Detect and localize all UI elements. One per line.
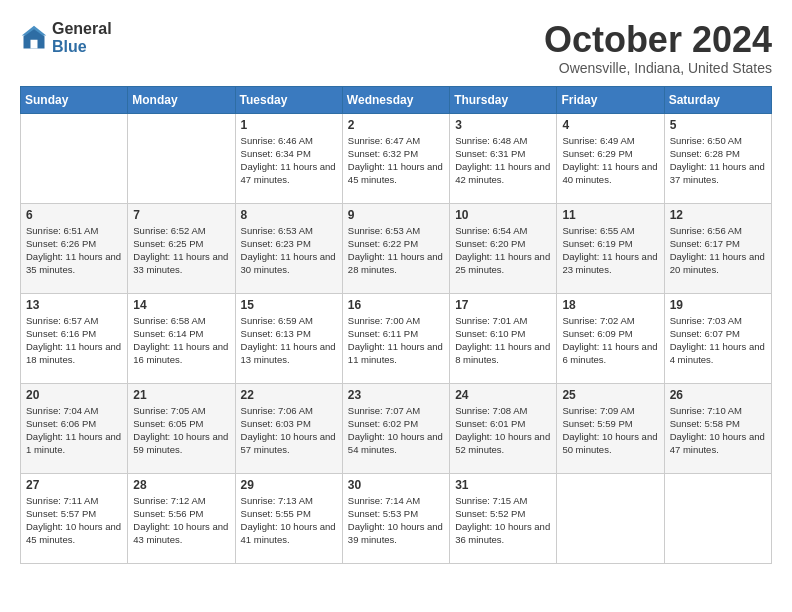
day-number: 22: [241, 388, 337, 402]
day-info: Sunrise: 6:54 AM Sunset: 6:20 PM Dayligh…: [455, 224, 551, 277]
day-number: 13: [26, 298, 122, 312]
logo-icon: [20, 24, 48, 52]
header-tuesday: Tuesday: [235, 86, 342, 113]
calendar-cell: 10Sunrise: 6:54 AM Sunset: 6:20 PM Dayli…: [450, 203, 557, 293]
calendar-cell: 12Sunrise: 6:56 AM Sunset: 6:17 PM Dayli…: [664, 203, 771, 293]
calendar-cell: 17Sunrise: 7:01 AM Sunset: 6:10 PM Dayli…: [450, 293, 557, 383]
day-info: Sunrise: 6:52 AM Sunset: 6:25 PM Dayligh…: [133, 224, 229, 277]
calendar-cell: 8Sunrise: 6:53 AM Sunset: 6:23 PM Daylig…: [235, 203, 342, 293]
month-title: October 2024: [544, 20, 772, 60]
day-number: 28: [133, 478, 229, 492]
calendar-week-row: 6Sunrise: 6:51 AM Sunset: 6:26 PM Daylig…: [21, 203, 772, 293]
day-number: 18: [562, 298, 658, 312]
day-number: 9: [348, 208, 444, 222]
day-info: Sunrise: 6:59 AM Sunset: 6:13 PM Dayligh…: [241, 314, 337, 367]
calendar-cell: 24Sunrise: 7:08 AM Sunset: 6:01 PM Dayli…: [450, 383, 557, 473]
day-number: 6: [26, 208, 122, 222]
day-number: 21: [133, 388, 229, 402]
day-number: 8: [241, 208, 337, 222]
calendar-week-row: 27Sunrise: 7:11 AM Sunset: 5:57 PM Dayli…: [21, 473, 772, 563]
calendar-cell: 5Sunrise: 6:50 AM Sunset: 6:28 PM Daylig…: [664, 113, 771, 203]
day-number: 26: [670, 388, 766, 402]
day-info: Sunrise: 7:10 AM Sunset: 5:58 PM Dayligh…: [670, 404, 766, 457]
calendar-cell: 19Sunrise: 7:03 AM Sunset: 6:07 PM Dayli…: [664, 293, 771, 383]
calendar-cell: 13Sunrise: 6:57 AM Sunset: 6:16 PM Dayli…: [21, 293, 128, 383]
logo-general: General: [52, 20, 112, 38]
calendar-cell: 18Sunrise: 7:02 AM Sunset: 6:09 PM Dayli…: [557, 293, 664, 383]
calendar-cell: 28Sunrise: 7:12 AM Sunset: 5:56 PM Dayli…: [128, 473, 235, 563]
header-wednesday: Wednesday: [342, 86, 449, 113]
calendar-cell: 23Sunrise: 7:07 AM Sunset: 6:02 PM Dayli…: [342, 383, 449, 473]
calendar-cell: 1Sunrise: 6:46 AM Sunset: 6:34 PM Daylig…: [235, 113, 342, 203]
calendar-cell: [557, 473, 664, 563]
header-thursday: Thursday: [450, 86, 557, 113]
day-number: 15: [241, 298, 337, 312]
calendar-cell: 7Sunrise: 6:52 AM Sunset: 6:25 PM Daylig…: [128, 203, 235, 293]
location: Owensville, Indiana, United States: [544, 60, 772, 76]
header-monday: Monday: [128, 86, 235, 113]
day-number: 14: [133, 298, 229, 312]
calendar-table: SundayMondayTuesdayWednesdayThursdayFrid…: [20, 86, 772, 564]
calendar-cell: 22Sunrise: 7:06 AM Sunset: 6:03 PM Dayli…: [235, 383, 342, 473]
title-section: October 2024 Owensville, Indiana, United…: [544, 20, 772, 76]
day-number: 2: [348, 118, 444, 132]
day-number: 12: [670, 208, 766, 222]
day-info: Sunrise: 6:53 AM Sunset: 6:22 PM Dayligh…: [348, 224, 444, 277]
day-info: Sunrise: 7:07 AM Sunset: 6:02 PM Dayligh…: [348, 404, 444, 457]
header-friday: Friday: [557, 86, 664, 113]
day-info: Sunrise: 7:01 AM Sunset: 6:10 PM Dayligh…: [455, 314, 551, 367]
day-info: Sunrise: 7:11 AM Sunset: 5:57 PM Dayligh…: [26, 494, 122, 547]
calendar-week-row: 20Sunrise: 7:04 AM Sunset: 6:06 PM Dayli…: [21, 383, 772, 473]
logo: General Blue: [20, 20, 112, 55]
calendar-cell: 25Sunrise: 7:09 AM Sunset: 5:59 PM Dayli…: [557, 383, 664, 473]
day-number: 29: [241, 478, 337, 492]
logo-text: General Blue: [52, 20, 112, 55]
day-info: Sunrise: 7:09 AM Sunset: 5:59 PM Dayligh…: [562, 404, 658, 457]
day-number: 19: [670, 298, 766, 312]
day-info: Sunrise: 7:15 AM Sunset: 5:52 PM Dayligh…: [455, 494, 551, 547]
calendar-cell: [21, 113, 128, 203]
day-number: 17: [455, 298, 551, 312]
calendar-cell: 16Sunrise: 7:00 AM Sunset: 6:11 PM Dayli…: [342, 293, 449, 383]
day-info: Sunrise: 6:56 AM Sunset: 6:17 PM Dayligh…: [670, 224, 766, 277]
calendar-cell: 14Sunrise: 6:58 AM Sunset: 6:14 PM Dayli…: [128, 293, 235, 383]
calendar-cell: 6Sunrise: 6:51 AM Sunset: 6:26 PM Daylig…: [21, 203, 128, 293]
day-number: 1: [241, 118, 337, 132]
calendar-cell: 2Sunrise: 6:47 AM Sunset: 6:32 PM Daylig…: [342, 113, 449, 203]
logo-blue: Blue: [52, 38, 112, 56]
calendar-cell: 3Sunrise: 6:48 AM Sunset: 6:31 PM Daylig…: [450, 113, 557, 203]
day-number: 25: [562, 388, 658, 402]
day-number: 31: [455, 478, 551, 492]
header-saturday: Saturday: [664, 86, 771, 113]
calendar-cell: 9Sunrise: 6:53 AM Sunset: 6:22 PM Daylig…: [342, 203, 449, 293]
day-info: Sunrise: 7:14 AM Sunset: 5:53 PM Dayligh…: [348, 494, 444, 547]
day-info: Sunrise: 6:53 AM Sunset: 6:23 PM Dayligh…: [241, 224, 337, 277]
day-number: 23: [348, 388, 444, 402]
day-number: 27: [26, 478, 122, 492]
day-number: 11: [562, 208, 658, 222]
calendar-cell: [664, 473, 771, 563]
calendar-cell: 4Sunrise: 6:49 AM Sunset: 6:29 PM Daylig…: [557, 113, 664, 203]
calendar-cell: 26Sunrise: 7:10 AM Sunset: 5:58 PM Dayli…: [664, 383, 771, 473]
day-number: 5: [670, 118, 766, 132]
page-header: General Blue October 2024 Owensville, In…: [20, 20, 772, 76]
day-info: Sunrise: 7:13 AM Sunset: 5:55 PM Dayligh…: [241, 494, 337, 547]
day-number: 10: [455, 208, 551, 222]
day-info: Sunrise: 6:55 AM Sunset: 6:19 PM Dayligh…: [562, 224, 658, 277]
calendar-week-row: 13Sunrise: 6:57 AM Sunset: 6:16 PM Dayli…: [21, 293, 772, 383]
day-number: 7: [133, 208, 229, 222]
day-number: 30: [348, 478, 444, 492]
day-number: 3: [455, 118, 551, 132]
calendar-cell: 20Sunrise: 7:04 AM Sunset: 6:06 PM Dayli…: [21, 383, 128, 473]
day-info: Sunrise: 7:02 AM Sunset: 6:09 PM Dayligh…: [562, 314, 658, 367]
calendar-cell: 11Sunrise: 6:55 AM Sunset: 6:19 PM Dayli…: [557, 203, 664, 293]
day-info: Sunrise: 6:48 AM Sunset: 6:31 PM Dayligh…: [455, 134, 551, 187]
day-number: 4: [562, 118, 658, 132]
calendar-cell: 30Sunrise: 7:14 AM Sunset: 5:53 PM Dayli…: [342, 473, 449, 563]
day-info: Sunrise: 7:04 AM Sunset: 6:06 PM Dayligh…: [26, 404, 122, 457]
day-info: Sunrise: 6:51 AM Sunset: 6:26 PM Dayligh…: [26, 224, 122, 277]
day-info: Sunrise: 6:58 AM Sunset: 6:14 PM Dayligh…: [133, 314, 229, 367]
day-info: Sunrise: 7:05 AM Sunset: 6:05 PM Dayligh…: [133, 404, 229, 457]
header-sunday: Sunday: [21, 86, 128, 113]
day-info: Sunrise: 7:12 AM Sunset: 5:56 PM Dayligh…: [133, 494, 229, 547]
